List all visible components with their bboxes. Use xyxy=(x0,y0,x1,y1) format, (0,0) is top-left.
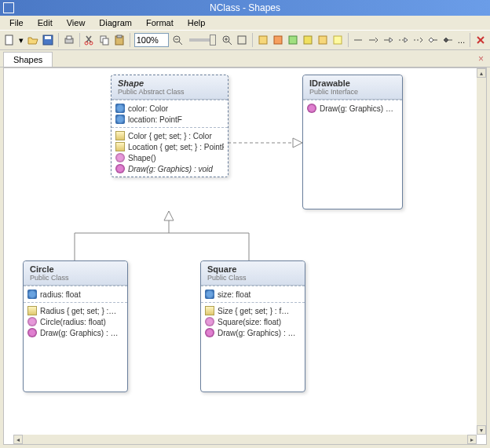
method-item[interactable]: Draw(g: Graphics) : void xyxy=(115,163,224,174)
menu-view[interactable]: View xyxy=(60,16,92,29)
menu-format[interactable]: Format xyxy=(140,16,180,29)
svg-rect-2 xyxy=(45,36,51,39)
realize-icon[interactable] xyxy=(397,33,409,47)
ctor-item[interactable]: Shape() xyxy=(115,152,224,163)
comment-icon[interactable] xyxy=(331,33,344,47)
copy-icon[interactable] xyxy=(98,33,111,47)
paste-icon[interactable] xyxy=(113,33,126,47)
interface-icon[interactable] xyxy=(287,33,299,47)
class-name: Square xyxy=(207,264,298,274)
menu-file[interactable]: File xyxy=(3,16,30,29)
field-item[interactable]: radius: float xyxy=(27,289,123,300)
tabstrip: Shapes × xyxy=(0,50,490,67)
ctor-item[interactable]: Square(size: float) xyxy=(205,316,301,327)
aggreg-icon[interactable] xyxy=(426,33,439,47)
interface-stereo: Public Interface xyxy=(309,88,396,96)
save-icon[interactable] xyxy=(42,33,54,47)
property-icon xyxy=(27,306,37,315)
scroll-up-icon[interactable]: ▴ xyxy=(477,68,486,78)
new-icon[interactable] xyxy=(3,33,16,47)
delegate-icon[interactable] xyxy=(316,33,329,47)
class-stereo: Public Class xyxy=(30,274,121,282)
canvas[interactable]: Shape Public Abstract Class color: Color… xyxy=(13,68,477,435)
uml-class-circle[interactable]: Circle Public Class radius: float Radius… xyxy=(23,260,128,392)
zoom-in-icon[interactable] xyxy=(221,33,233,47)
scroll-right-icon[interactable]: ▸ xyxy=(467,435,477,444)
fields-section: radius: float xyxy=(24,286,127,302)
prop-item[interactable]: Location { get; set; } : PointF xyxy=(115,141,224,152)
compose-icon[interactable] xyxy=(441,33,454,47)
field-icon xyxy=(205,290,214,299)
scroll-left-icon[interactable]: ◂ xyxy=(13,435,23,444)
tab-close-icon[interactable]: × xyxy=(478,53,484,64)
method-item[interactable]: Draw(g: Graphics) … xyxy=(307,103,398,114)
delete-icon[interactable] xyxy=(474,33,487,47)
svg-rect-20 xyxy=(274,36,282,44)
depend-icon[interactable] xyxy=(411,33,424,47)
zoom-fit-icon[interactable] xyxy=(236,33,248,47)
uml-class-square[interactable]: Square Public Class size: float Size { g… xyxy=(200,260,305,392)
svg-rect-10 xyxy=(117,35,122,38)
toolbar: ▾ … xyxy=(0,30,490,50)
workspace: Shape Public Abstract Class color: Color… xyxy=(3,67,487,445)
enum-icon[interactable] xyxy=(302,33,314,47)
uml-header: IDrawable Public Interface xyxy=(303,75,402,100)
method-item[interactable]: Draw(g: Graphics) : … xyxy=(205,327,301,338)
uml-class-shape[interactable]: Shape Public Abstract Class color: Color… xyxy=(111,75,229,177)
zoom-out-icon[interactable] xyxy=(171,33,184,47)
menu-help[interactable]: Help xyxy=(181,16,212,29)
uml-header: Circle Public Class xyxy=(24,261,127,286)
svg-rect-22 xyxy=(304,36,312,44)
svg-rect-21 xyxy=(289,36,297,44)
open-icon[interactable] xyxy=(27,33,39,47)
arrow-icon[interactable] xyxy=(367,33,379,47)
svg-rect-8 xyxy=(103,38,108,45)
svg-rect-24 xyxy=(334,36,342,44)
tab-shapes[interactable]: Shapes xyxy=(3,52,53,67)
prop-item[interactable]: Size { get; set; } : f… xyxy=(205,305,301,316)
print-icon[interactable] xyxy=(63,33,75,47)
fields-section: color: Color location: PointF xyxy=(112,100,228,127)
new-dropdown-icon[interactable]: ▾ xyxy=(18,33,24,47)
toolbar-sep xyxy=(130,33,130,47)
field-item[interactable]: color: Color xyxy=(115,103,224,114)
slider-thumb[interactable] xyxy=(210,35,216,46)
field-item[interactable]: location: PointF xyxy=(115,114,224,125)
svg-rect-18 xyxy=(238,36,246,44)
more-icon[interactable]: … xyxy=(456,33,466,47)
interface-name: IDrawable xyxy=(309,78,396,88)
menu-diagram[interactable]: Diagram xyxy=(93,16,138,29)
struct-icon[interactable] xyxy=(272,33,284,47)
zoom-slider[interactable] xyxy=(189,38,216,42)
vertical-scrollbar[interactable]: ▴ ▾ xyxy=(477,68,486,435)
toolbar-sep xyxy=(348,33,349,47)
prop-item[interactable]: Color { get; set; } : Color xyxy=(115,130,224,141)
toolbar-sep xyxy=(58,33,59,47)
svg-line-15 xyxy=(229,42,232,45)
ctor-item[interactable]: Circle(radius: float) xyxy=(27,316,123,327)
menu-edit[interactable]: Edit xyxy=(31,16,59,29)
horizontal-scrollbar[interactable]: ◂ ▸ xyxy=(13,435,477,444)
method-icon xyxy=(115,164,125,173)
property-icon xyxy=(115,142,125,151)
svg-line-12 xyxy=(179,42,182,45)
cut-icon[interactable] xyxy=(83,33,96,47)
zoom-input[interactable] xyxy=(134,33,169,47)
constructor-icon xyxy=(115,153,125,162)
field-icon xyxy=(27,290,37,299)
class-icon[interactable] xyxy=(257,33,269,47)
ops-section: Size { get; set; } : f… Square(size: flo… xyxy=(201,302,305,341)
uml-header: Square Public Class xyxy=(201,261,305,286)
uml-interface-idrawable[interactable]: IDrawable Public Interface Draw(g: Graph… xyxy=(302,75,403,209)
inherit-icon[interactable] xyxy=(382,33,394,47)
method-item[interactable]: Draw(g: Graphics) : … xyxy=(27,327,123,338)
svg-rect-4 xyxy=(67,36,71,39)
field-item[interactable]: size: float xyxy=(205,289,301,300)
assoc-icon[interactable] xyxy=(352,33,364,47)
constructor-icon xyxy=(27,317,37,326)
svg-rect-0 xyxy=(5,35,13,45)
prop-item[interactable]: Radius { get; set; } :… xyxy=(27,305,123,316)
app-icon xyxy=(3,2,14,13)
svg-rect-19 xyxy=(259,36,267,44)
scroll-down-icon[interactable]: ▾ xyxy=(477,425,486,435)
